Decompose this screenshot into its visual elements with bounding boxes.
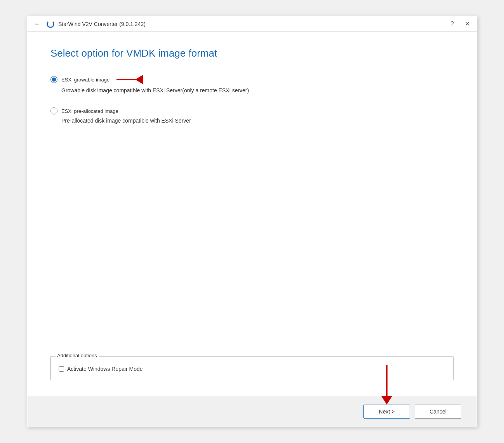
arrow-shaft-h — [116, 79, 136, 80]
title-bar: ← StarWind V2V Converter (9.0.1.242) ? ✕ — [27, 16, 477, 32]
close-button[interactable]: ✕ — [462, 19, 472, 28]
title-bar-left: ← StarWind V2V Converter (9.0.1.242) — [32, 20, 146, 28]
red-arrow-down — [381, 365, 392, 405]
additional-options-box: Additional options Activate Windows Repa… — [50, 356, 454, 380]
activate-repair-mode-checkbox[interactable] — [59, 366, 64, 372]
title-bar-controls: ? ✕ — [448, 19, 472, 28]
arrow-head-left — [135, 75, 143, 84]
activate-repair-mode-label[interactable]: Activate Windows Repair Mode — [67, 366, 143, 372]
back-button[interactable]: ← — [32, 20, 43, 28]
esxi-preallocated-radio[interactable] — [50, 107, 57, 114]
options-section: ESXi growable image Growable disk image … — [50, 75, 454, 356]
esxi-growable-radio[interactable] — [50, 76, 57, 83]
red-arrow-indicator — [116, 75, 143, 84]
esxi-preallocated-label[interactable]: ESXi pre-allocated image — [61, 108, 118, 114]
next-button-container: Next > — [363, 405, 410, 419]
page-title: Select option for VMDK image format — [50, 47, 454, 59]
esxi-growable-label[interactable]: ESXi growable image — [61, 77, 109, 83]
app-icon — [47, 20, 54, 28]
help-button[interactable]: ? — [448, 20, 456, 28]
cancel-button[interactable]: Cancel — [415, 405, 461, 419]
additional-options-legend: Additional options — [56, 353, 99, 358]
esxi-preallocated-description: Pre-allocated disk image compatible with… — [61, 118, 454, 124]
arrow-down-shaft — [386, 365, 388, 396]
esxi-growable-option: ESXi growable image Growable disk image … — [50, 75, 454, 93]
esxi-preallocated-label-row: ESXi pre-allocated image — [50, 107, 454, 114]
main-content: Select option for VMDK image format ESXi… — [27, 32, 477, 396]
esxi-preallocated-option: ESXi pre-allocated image Pre-allocated d… — [50, 107, 454, 124]
esxi-growable-description: Growable disk image compatible with ESXi… — [61, 87, 454, 93]
main-window: ← StarWind V2V Converter (9.0.1.242) ? ✕… — [27, 16, 477, 427]
esxi-growable-label-row: ESXi growable image — [50, 75, 454, 84]
arrow-down-head — [381, 396, 392, 405]
app-title: StarWind V2V Converter (9.0.1.242) — [58, 21, 146, 27]
next-button[interactable]: Next > — [363, 405, 410, 419]
footer: Next > Cancel — [27, 396, 477, 427]
